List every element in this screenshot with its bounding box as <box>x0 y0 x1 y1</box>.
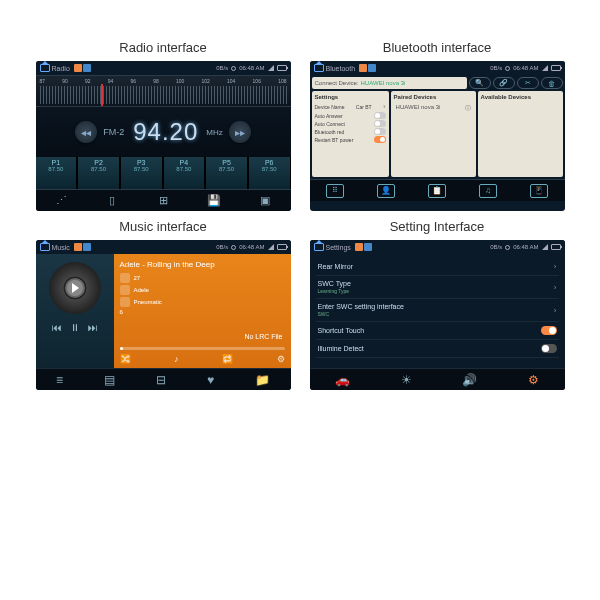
folder-icon[interactable]: 📁 <box>255 373 270 387</box>
favorite-icon[interactable]: ♥ <box>207 373 214 387</box>
track-title: Adele - Rolling in the Deep <box>120 260 285 269</box>
setting-row[interactable]: Illumine Detect <box>316 340 559 358</box>
repeat-icon[interactable]: 🔁 <box>222 354 233 364</box>
setting-row[interactable]: Shortcut Touch <box>316 322 559 340</box>
seek-down-button[interactable]: ◂◂ <box>75 121 97 143</box>
bt-setting-row[interactable]: Bluetooth red <box>315 128 386 135</box>
shuffle-icon[interactable]: 🔀 <box>120 354 131 364</box>
contacts-icon[interactable]: 👤 <box>377 184 395 198</box>
list-icon[interactable]: ⊞ <box>156 194 170 208</box>
devices-icon[interactable]: 📱 <box>530 184 548 198</box>
track-index: 27 <box>134 275 141 281</box>
status-icon <box>74 243 82 251</box>
dial-tick: 96 <box>131 78 137 84</box>
dial-tick: 108 <box>278 78 286 84</box>
app-name: Settings <box>326 244 351 251</box>
seek-up-button[interactable]: ▸▸ <box>229 121 251 143</box>
settings-column: Settings Device NameCar BT›Auto AnswerAu… <box>312 91 389 177</box>
home-icon[interactable] <box>314 64 324 72</box>
radio-title: Radio interface <box>119 40 206 55</box>
status-bar: Music 0B/s06:48 AM <box>36 240 291 254</box>
dial-tick: 94 <box>108 78 114 84</box>
home-icon[interactable] <box>40 64 50 72</box>
clock: 06:48 AM <box>513 244 538 250</box>
next-button[interactable]: ⏭ <box>88 322 98 333</box>
eq-icon[interactable]: ⚙ <box>277 354 285 364</box>
toggle[interactable] <box>541 344 557 353</box>
unlink-button[interactable]: ✂ <box>517 77 539 89</box>
home-icon[interactable] <box>40 243 50 251</box>
sound-tab-icon[interactable]: 🔊 <box>462 373 477 387</box>
preset-button[interactable]: P487.50 <box>164 157 206 189</box>
playpause-button[interactable]: ⏸ <box>70 322 80 333</box>
dial-needle[interactable] <box>101 84 103 106</box>
progress-bar[interactable] <box>120 347 285 350</box>
toggle[interactable] <box>374 120 386 127</box>
battery-icon <box>551 244 561 250</box>
paired-column: Paired Devices HUAWEI nova 3iⓘ <box>391 91 476 177</box>
playlist-icon[interactable]: ≡ <box>56 373 63 387</box>
scan-icon[interactable]: ▯ <box>105 194 119 208</box>
rds-icon[interactable]: ⋰ <box>54 194 68 208</box>
setting-row[interactable]: Rear Mirror› <box>316 258 559 276</box>
band-label: FM-2 <box>103 127 124 137</box>
setting-row[interactable]: Enter SWC setting interfaceSWC› <box>316 299 559 322</box>
display-tab-icon[interactable]: ☀ <box>401 373 412 387</box>
dial-tick: 92 <box>85 78 91 84</box>
preset-button[interactable]: P287.50 <box>78 157 120 189</box>
stereo-icon[interactable]: ▣ <box>258 194 272 208</box>
radio-panel: Radio 0B/s06:48 AM 879092949698100102104… <box>36 61 291 211</box>
music-title: Music interface <box>119 219 206 234</box>
preset-button[interactable]: P687.50 <box>249 157 291 189</box>
index-icon <box>120 273 130 283</box>
bt-setting-row[interactable]: Restart BT power <box>315 136 386 143</box>
general-tab-icon[interactable]: ⚙ <box>528 373 539 387</box>
connect-label: Connect Device: <box>315 80 359 86</box>
lyrics-icon[interactable]: ♪ <box>174 354 179 364</box>
delete-button[interactable]: 🗑 <box>541 77 563 89</box>
play-button[interactable] <box>65 278 85 298</box>
preset-button[interactable]: P187.50 <box>36 157 78 189</box>
dialpad-icon[interactable]: ⠿ <box>326 184 344 198</box>
available-column: Available Devices <box>478 91 563 177</box>
toggle[interactable] <box>374 136 386 143</box>
toggle[interactable] <box>374 112 386 119</box>
clock: 06:48 AM <box>513 65 538 71</box>
dial-tick: 106 <box>253 78 261 84</box>
setting-row[interactable]: SWC TypeLearning Type› <box>316 276 559 299</box>
calllog-icon[interactable]: 📋 <box>428 184 446 198</box>
music-panel: Music 0B/s06:48 AM ⏮ ⏸ ⏭ Adele - Rolling… <box>36 240 291 390</box>
album-icon <box>120 297 130 307</box>
bt-setting-row[interactable]: Auto Connect <box>315 120 386 127</box>
gps-icon <box>505 66 510 71</box>
car-tab-icon[interactable]: 🚗 <box>335 373 350 387</box>
usb-icon[interactable]: ⊟ <box>156 373 166 387</box>
toggle[interactable] <box>374 128 386 135</box>
status-bar: Bluetooth 0B/s06:48 AM <box>310 61 565 75</box>
save-icon[interactable]: 💾 <box>207 194 221 208</box>
status-icon <box>83 64 91 72</box>
prev-button[interactable]: ⏮ <box>52 322 62 333</box>
artist-icon <box>120 285 130 295</box>
toggle[interactable] <box>541 326 557 335</box>
sd-icon[interactable]: ▤ <box>104 373 115 387</box>
status-icon <box>83 243 91 251</box>
status-bar: Radio 0B/s06:48 AM <box>36 61 291 75</box>
paired-device[interactable]: HUAWEI nova 3iⓘ <box>394 102 473 115</box>
btmusic-icon[interactable]: ♫ <box>479 184 497 198</box>
settings-title: Setting Interface <box>390 219 485 234</box>
status-icon <box>359 64 367 72</box>
wifi-icon <box>268 244 274 250</box>
link-button[interactable]: 🔗 <box>493 77 515 89</box>
album-name: Pneumatic <box>134 299 162 305</box>
home-icon[interactable] <box>314 243 324 251</box>
bt-setting-row[interactable]: Auto Answer <box>315 112 386 119</box>
preset-button[interactable]: P387.50 <box>121 157 163 189</box>
tuning-dial[interactable]: 879092949698100102104106108 <box>36 75 291 107</box>
bt-setting-row[interactable]: Device NameCar BT› <box>315 102 386 111</box>
battery-icon <box>551 65 561 71</box>
info-icon[interactable]: ⓘ <box>465 104 471 113</box>
search-button[interactable]: 🔍 <box>469 77 491 89</box>
preset-button[interactable]: P587.50 <box>206 157 248 189</box>
status-icon <box>368 64 376 72</box>
